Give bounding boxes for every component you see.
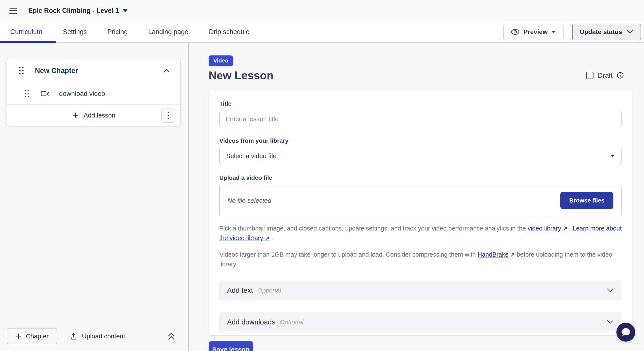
caret-down-icon [552,30,556,33]
chevron-down-icon [606,288,614,293]
caret-down-icon [123,10,128,12]
upload-content-label: Upload content [82,332,125,340]
chevron-down-icon [606,320,614,325]
draft-checkbox[interactable] [586,72,594,79]
preview-button[interactable]: Preview [503,24,563,40]
video-library-selected-value: Select a video file [226,152,276,160]
add-downloads-label: Add downloads [227,318,275,326]
add-text-label: Add text [227,286,253,294]
hamburger-menu-icon[interactable] [10,8,17,14]
tab-landing-page[interactable]: Landing page [148,28,188,36]
course-title-dropdown[interactable]: Epic Rock Climbing - Level 1 [28,7,128,14]
lesson-editor: Video New Lesson Draft Title Videos from… [189,43,644,350]
update-status-label: Update status [580,28,622,36]
drag-handle-icon[interactable] [25,90,30,98]
external-link-icon: ↗ [265,235,270,242]
add-chapter-button[interactable]: Chapter [7,328,57,344]
curriculum-sidebar: New Chapter download video [0,43,189,350]
add-chapter-label: Chapter [26,332,49,340]
page-title: New Lesson [208,69,274,82]
lesson-item[interactable]: download video [7,83,180,104]
eye-icon [511,29,520,35]
title-field-label: Title [219,100,622,107]
optional-label: Optional [280,318,304,326]
update-status-button[interactable]: Update status [572,24,641,40]
drag-handle-icon[interactable] [19,67,24,74]
chapter-header[interactable]: New Chapter [7,58,180,83]
save-lesson-button[interactable]: Save lesson [208,341,253,351]
chapter-card: New Chapter download video [7,58,181,126]
tab-curriculum[interactable]: Curriculum [10,28,42,36]
kebab-menu-icon [167,112,170,120]
browse-files-button[interactable]: Browse files [560,192,614,209]
chapter-menu-button[interactable] [161,108,176,123]
file-upload-box: No file selected Browse files [219,185,622,216]
video-library-help-text: Pick a thumbnail image, add closed capti… [219,224,622,243]
preview-label: Preview [523,28,548,36]
video-library-select[interactable]: Select a video file [219,148,622,164]
upload-content-button[interactable]: Upload content [70,332,125,340]
external-link-icon: ↗ [510,250,515,260]
select-caret-icon [611,155,615,157]
add-downloads-section[interactable]: Add downloads Optional [219,312,622,332]
active-tab-underline [0,41,56,43]
info-icon[interactable] [617,72,624,79]
collapse-all-button[interactable] [167,332,175,340]
chevron-up-icon[interactable] [163,68,170,73]
external-link-icon: ↗ [563,225,568,232]
chapter-title: New Chapter [35,66,78,75]
add-text-section[interactable]: Add text Optional [219,280,622,300]
video-library-link[interactable]: video library ↗ [528,225,568,232]
chat-widget-button[interactable] [616,323,635,342]
video-camera-icon [41,90,50,97]
chevron-down-icon [626,30,633,34]
handbrake-link[interactable]: HandBrake [478,251,508,258]
optional-label: Optional [257,287,281,294]
draft-label: Draft [598,72,612,80]
lesson-form-card: Title Videos from your library Select a … [208,89,632,336]
plus-icon [15,333,22,340]
tabs: Curriculum Settings Pricing Landing page… [10,28,250,36]
draft-toggle-group: Draft [586,72,624,80]
tab-bar: Curriculum Settings Pricing Landing page… [0,22,644,43]
upload-field-label: Upload a video file [219,174,622,181]
upload-icon [70,332,77,340]
tab-pricing[interactable]: Pricing [108,28,128,36]
no-file-text: No file selected [228,197,271,204]
library-field-label: Videos from your library [219,138,622,144]
sidebar-footer: Chapter Upload content [0,327,188,350]
course-title: Epic Rock Climbing - Level 1 [28,7,119,14]
tab-actions: Preview Update status [503,24,641,40]
add-lesson-label: Add lesson [84,112,115,119]
compression-help-text: Videos larger than 1GB may take longer t… [219,250,622,269]
app-header: Epic Rock Climbing - Level 1 [0,0,644,22]
tab-drip-schedule[interactable]: Drip schedule [209,28,250,36]
lesson-title-input[interactable] [219,111,622,127]
lesson-title: download video [59,90,105,98]
lesson-type-badge: Video [208,56,233,66]
tab-settings[interactable]: Settings [63,28,87,36]
chevrons-up-icon [167,332,175,340]
plus-icon [72,112,79,119]
chat-bubble-icon [620,326,632,338]
chapter-footer: Add lesson [7,104,180,126]
add-lesson-button[interactable]: Add lesson [72,112,115,119]
